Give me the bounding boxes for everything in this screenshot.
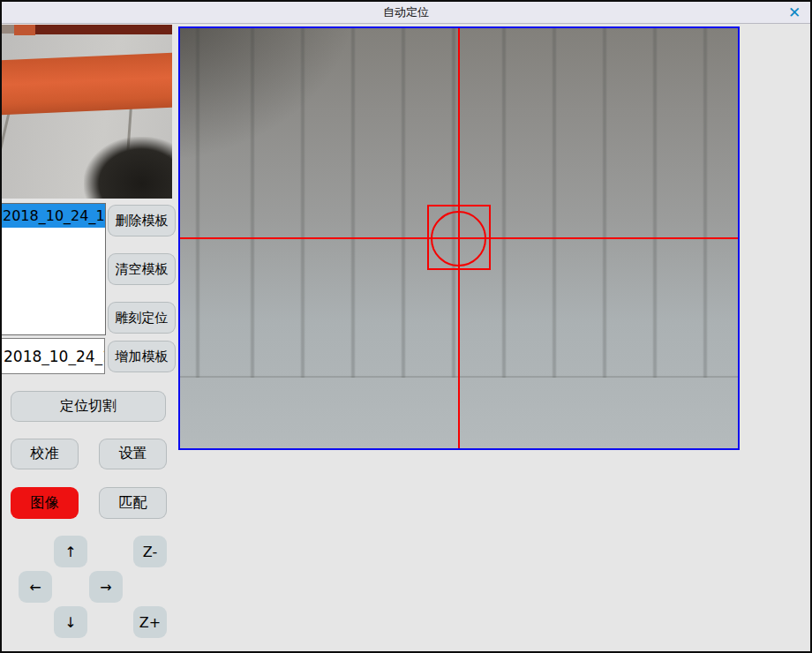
settings-label: 设置 (119, 445, 147, 463)
settings-button[interactable]: 设置 (99, 439, 167, 469)
engrave-position-label: 雕刻定位 (116, 310, 169, 326)
orange-beam (1, 52, 172, 115)
roi-circle (431, 211, 486, 266)
arrow-up-icon: ↑ (64, 544, 76, 560)
template-list-item-label: 2018_10_24_11 (3, 207, 105, 224)
add-template-label: 增加模板 (116, 349, 169, 365)
dialog-title: 自动定位 (0, 0, 812, 24)
z-plus-label: Z+ (139, 614, 161, 631)
z-minus-label: Z- (143, 544, 157, 560)
template-list[interactable]: 2018_10_24_11 (1, 203, 106, 335)
clear-templates-button[interactable]: 清空模板 (108, 253, 176, 285)
grey-chip (1, 25, 14, 34)
calibrate-label: 校准 (31, 445, 59, 463)
camera-view[interactable] (178, 26, 740, 450)
position-cut-label: 定位切割 (60, 397, 117, 416)
z-minus-button[interactable]: Z- (133, 536, 167, 567)
tile-grout-line (1, 111, 11, 199)
title-bar: 自动定位 ✕ (0, 0, 812, 24)
calibrate-button[interactable]: 校准 (11, 439, 79, 469)
close-icon: ✕ (788, 4, 801, 21)
image-button[interactable]: 图像 (11, 487, 79, 519)
z-plus-button[interactable]: Z+ (133, 606, 167, 638)
clear-templates-label: 清空模板 (116, 261, 169, 278)
jog-right-button[interactable]: → (89, 571, 123, 603)
jog-down-button[interactable]: ↓ (54, 606, 87, 638)
arrow-down-icon: ↓ (64, 614, 76, 631)
delete-template-label: 删除模板 (116, 213, 169, 229)
orange-chip (14, 25, 35, 35)
engrave-position-button[interactable]: 雕刻定位 (108, 302, 176, 334)
match-button[interactable]: 匹配 (99, 487, 167, 519)
image-label: 图像 (31, 494, 59, 513)
dark-red-strip (27, 25, 172, 34)
dark-object (84, 137, 172, 199)
template-name-input[interactable] (1, 338, 105, 374)
add-template-button[interactable]: 增加模板 (108, 341, 176, 372)
arrow-right-icon: → (100, 579, 111, 596)
jog-up-button[interactable]: ↑ (54, 536, 87, 567)
auto-position-dialog: 自动定位 ✕ 2018_10_24_11 删除模板 清空模板 雕刻定位 增加模板 (0, 0, 812, 653)
close-button[interactable]: ✕ (784, 2, 805, 22)
position-cut-button[interactable]: 定位切割 (11, 391, 166, 422)
arrow-left-icon: ← (29, 579, 41, 596)
match-label: 匹配 (119, 494, 147, 513)
template-preview-image (1, 25, 172, 199)
delete-template-button[interactable]: 删除模板 (108, 205, 176, 236)
jog-left-button[interactable]: ← (19, 571, 52, 603)
template-list-item[interactable]: 2018_10_24_11 (2, 204, 105, 228)
